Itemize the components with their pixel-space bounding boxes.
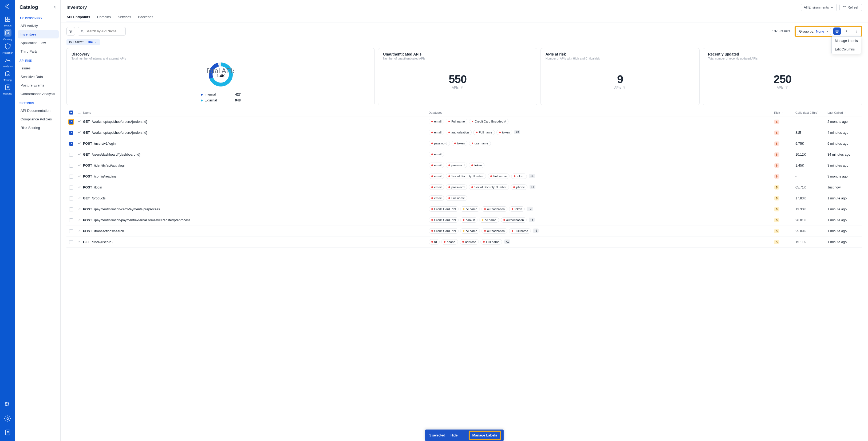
- row-checkbox[interactable]: [69, 196, 73, 200]
- sidebar-item-third-party[interactable]: Third Party: [18, 47, 59, 56]
- api-name[interactable]: POST /paymentInitiation/cardPayments/pre…: [83, 208, 429, 211]
- row-checkbox[interactable]: [69, 218, 73, 222]
- columns-icon[interactable]: [833, 28, 841, 35]
- group-by-selector[interactable]: Group by: None: [797, 28, 831, 35]
- row-checkbox[interactable]: [69, 240, 73, 244]
- select-all-checkbox[interactable]: [69, 111, 73, 115]
- more-menu-icon[interactable]: [852, 28, 860, 35]
- refresh-button[interactable]: Refresh: [839, 4, 862, 11]
- rail-apps-icon[interactable]: [4, 400, 11, 410]
- risk-badge: 6: [774, 130, 779, 135]
- sidebar-item-conformance-analysis[interactable]: Conformance Analysis: [18, 90, 59, 98]
- sidebar-collapse-icon[interactable]: [52, 5, 57, 10]
- sidebar-item-compliance-policies[interactable]: Compliance Policies: [18, 115, 59, 123]
- col-menu[interactable]: …: [75, 111, 83, 114]
- api-name[interactable]: GET /user/{user-id}: [83, 240, 429, 244]
- tab-backends[interactable]: Backends: [138, 13, 153, 22]
- api-name[interactable]: POST /identity/api/auth/login: [83, 164, 429, 167]
- sidebar-item-issues[interactable]: Issues: [18, 64, 59, 72]
- filter-button[interactable]: [66, 27, 75, 35]
- table-row[interactable]: POST /loginemailpasswordSocial Security …: [66, 182, 862, 193]
- rail-testing[interactable]: Testing: [2, 69, 13, 83]
- api-name[interactable]: GET /users/dashboard/{dashboard-id}: [83, 153, 429, 156]
- row-checkbox[interactable]: [69, 175, 73, 179]
- api-name[interactable]: GET /workshop/api/shop/orders/{orders-id…: [83, 131, 429, 134]
- rail-catalog[interactable]: Catalog: [2, 28, 13, 42]
- row-checkbox[interactable]: [69, 131, 73, 135]
- selection-manage-labels[interactable]: Manage Labels: [468, 431, 501, 440]
- sidebar-item-application-flow[interactable]: Application Flow: [18, 39, 59, 47]
- learnt-icon: [78, 208, 81, 212]
- api-name[interactable]: POST /paymentInitiation/payment/external…: [83, 218, 429, 222]
- table-row[interactable]: GET /workshop/api/shop/orders/{orders-id…: [66, 127, 862, 138]
- sidebar-item-risk-scoring[interactable]: Risk Scoring: [18, 124, 59, 132]
- sidebar-item-posture-events[interactable]: Posture Events: [18, 81, 59, 89]
- search-input[interactable]: [78, 27, 126, 35]
- rail-reports[interactable]: Reports: [2, 83, 13, 96]
- rail-analytics[interactable]: Analytics: [2, 55, 13, 69]
- more-tags[interactable]: +3: [533, 228, 539, 233]
- table-row[interactable]: POST /identity/api/auth/loginemailpasswo…: [66, 160, 862, 171]
- more-tags[interactable]: +3: [529, 218, 535, 222]
- tab-domains[interactable]: Domains: [97, 13, 111, 22]
- rail-protection[interactable]: Protection: [2, 42, 13, 55]
- table-row[interactable]: GET /workshop/api/shop/orders/{orders-id…: [66, 116, 862, 127]
- sidebar-item-api-activity[interactable]: API Activity: [18, 22, 59, 30]
- data-tag: Credit Card PIN: [429, 228, 459, 233]
- environment-selector[interactable]: All Environments: [801, 4, 837, 11]
- data-tag: Full name: [446, 195, 468, 201]
- learnt-icon: [78, 219, 81, 222]
- row-checkbox[interactable]: [69, 229, 73, 233]
- last-called-cell: 1 minute ago: [828, 240, 862, 244]
- api-name[interactable]: POST /users/v1/login: [83, 142, 429, 146]
- tab-api-endpoints[interactable]: API Endpoints: [66, 13, 90, 22]
- menu-edit-columns[interactable]: Edit Columns: [832, 45, 861, 54]
- more-tags[interactable]: +1: [529, 174, 535, 178]
- calls-cell: 5.75K: [796, 142, 828, 146]
- api-name[interactable]: POST /transactions/search: [83, 229, 429, 233]
- tab-services[interactable]: Services: [118, 13, 131, 22]
- api-name[interactable]: GET /products: [83, 196, 429, 200]
- card-discovery: Discovery Total number of internal and e…: [66, 48, 375, 105]
- svg-rect-1: [8, 17, 10, 19]
- svg-point-12: [7, 418, 8, 420]
- selection-hide[interactable]: Hide: [451, 433, 458, 437]
- learnt-icon: [78, 197, 81, 200]
- row-checkbox[interactable]: [69, 142, 73, 146]
- sidebar-item-sensitive-data[interactable]: Sensitive Data: [18, 73, 59, 81]
- sidebar-item-inventory[interactable]: Inventory: [18, 30, 59, 38]
- row-checkbox[interactable]: [69, 164, 73, 168]
- more-tags[interactable]: +3: [514, 130, 520, 134]
- app-logo: [4, 3, 11, 10]
- rail-settings-icon[interactable]: [4, 414, 11, 423]
- more-tags[interactable]: +1: [504, 240, 510, 244]
- data-tag: Social Security Number: [446, 174, 486, 179]
- search-field[interactable]: [85, 29, 123, 33]
- row-checkbox[interactable]: [69, 208, 73, 212]
- menu-manage-labels[interactable]: Manage Labels: [832, 37, 861, 45]
- calls-cell: 15.11K: [796, 240, 828, 244]
- row-checkbox[interactable]: [69, 120, 73, 124]
- data-tag: email: [429, 195, 444, 201]
- table-row[interactable]: POST /config/readingemailSocial Security…: [66, 171, 862, 182]
- row-checkbox[interactable]: [69, 186, 73, 190]
- more-tags[interactable]: +2: [527, 207, 533, 211]
- more-tags[interactable]: +4: [530, 185, 535, 189]
- table-row[interactable]: POST /paymentInitiation/cardPayments/pre…: [66, 204, 862, 215]
- rail-boards[interactable]: Boards: [2, 14, 13, 28]
- table-row[interactable]: POST /transactions/searchCredit Card PIN…: [66, 226, 862, 237]
- sidebar-item-api-documentation[interactable]: API Documentation: [18, 106, 59, 115]
- last-called-cell: 1 minute ago: [828, 229, 862, 233]
- table-row[interactable]: POST /paymentInitiation/payment/external…: [66, 215, 862, 226]
- filter-chip-is-learnt[interactable]: Is Learnt : True: [66, 39, 100, 45]
- api-name[interactable]: GET /workshop/api/shop/orders/{orders-id…: [83, 120, 429, 124]
- table-row[interactable]: GET /user/{user-id}rdphoneaddressFull na…: [66, 237, 862, 248]
- row-checkbox[interactable]: [69, 153, 73, 157]
- download-icon[interactable]: [843, 28, 850, 35]
- table-row[interactable]: GET /productsemailFull name517.83K1 minu…: [66, 193, 862, 204]
- table-row[interactable]: POST /users/v1/loginpasswordtokenusernam…: [66, 138, 862, 149]
- api-name[interactable]: POST /login: [83, 186, 429, 189]
- table-row[interactable]: GET /users/dashboard/{dashboard-id}email…: [66, 149, 862, 160]
- rail-docs-icon[interactable]: [4, 428, 11, 437]
- api-name[interactable]: POST /config/reading: [83, 175, 429, 178]
